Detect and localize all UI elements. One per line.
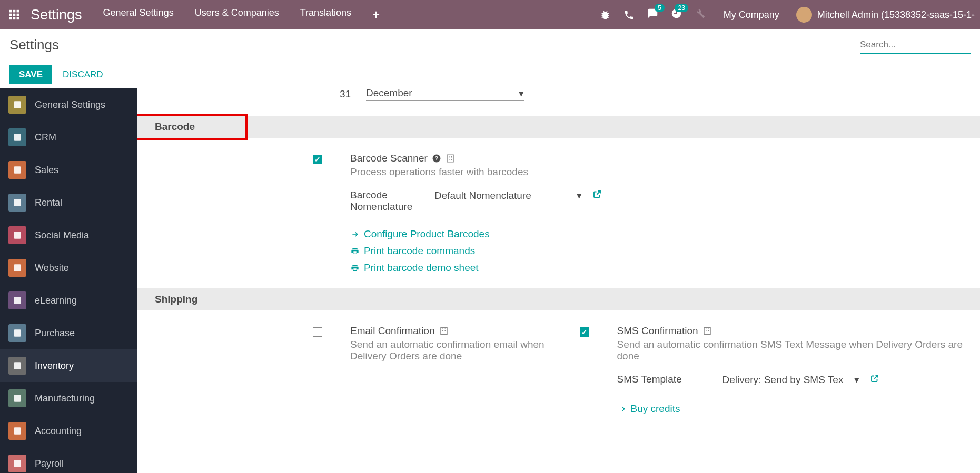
sidebar-item-label: CRM bbox=[35, 132, 56, 143]
svg-rect-30 bbox=[441, 327, 447, 335]
tools-icon[interactable] bbox=[695, 8, 706, 19]
messages-button[interactable]: 5 bbox=[647, 8, 658, 22]
sidebar-item-label: Accounting bbox=[35, 426, 82, 437]
link-print-demo[interactable]: Print barcode demo sheet bbox=[350, 262, 708, 274]
nomenclature-select[interactable]: Default Nomenclature ▾ bbox=[434, 189, 582, 204]
checkbox-email-confirmation[interactable] bbox=[313, 327, 322, 337]
svg-rect-20 bbox=[14, 460, 21, 467]
user-menu[interactable]: Mitchell Admin (15338352-saas-15-1- bbox=[796, 7, 975, 23]
sidebar-icon bbox=[8, 96, 26, 114]
svg-rect-15 bbox=[14, 297, 21, 304]
sidebar-item-label: Purchase bbox=[35, 328, 75, 339]
sidebar-item-rental[interactable]: Rental bbox=[0, 186, 137, 219]
menu-general-settings[interactable]: General Settings bbox=[103, 7, 174, 22]
svg-rect-18 bbox=[14, 395, 21, 401]
phone-icon[interactable] bbox=[623, 9, 635, 21]
svg-rect-12 bbox=[14, 199, 21, 206]
chevron-down-icon: ▾ bbox=[577, 189, 582, 202]
menu-plus-icon[interactable]: + bbox=[372, 7, 380, 22]
setting-title: Barcode Scanner bbox=[350, 153, 428, 164]
sidebar-icon bbox=[8, 291, 26, 309]
svg-rect-14 bbox=[14, 264, 21, 271]
sidebar-icon bbox=[8, 161, 26, 179]
svg-rect-11 bbox=[14, 166, 21, 173]
sidebar-item-payroll[interactable]: Payroll bbox=[0, 447, 137, 473]
svg-rect-5 bbox=[17, 14, 19, 16]
sidebar-item-label: Manufacturing bbox=[35, 393, 95, 404]
svg-rect-8 bbox=[17, 17, 19, 20]
svg-rect-1 bbox=[13, 10, 16, 13]
sms-template-select[interactable]: Delivery: Send by SMS Tex ▾ bbox=[722, 374, 859, 388]
header: Settings bbox=[0, 29, 980, 61]
menu-users-companies[interactable]: Users & Companies bbox=[195, 7, 279, 22]
chevron-down-icon: ▾ bbox=[854, 374, 859, 386]
setting-email-confirmation: Email Confirmation Send an automatic con… bbox=[137, 310, 559, 377]
field-label-nomenclature: Barcode Nomenclature bbox=[350, 189, 424, 213]
section-barcode: Barcode bbox=[137, 116, 980, 138]
setting-desc: Send an automatic confirmation SMS Text … bbox=[617, 339, 975, 362]
link-text: Buy credits bbox=[631, 403, 680, 415]
svg-rect-23 bbox=[447, 155, 453, 162]
checkbox-barcode-scanner[interactable] bbox=[313, 155, 322, 164]
sidebar-item-elearning[interactable]: eLearning bbox=[0, 284, 137, 317]
topbar: Settings General Settings Users & Compan… bbox=[0, 0, 980, 29]
sidebar-item-label: eLearning bbox=[35, 295, 77, 306]
top-menu: General Settings Users & Companies Trans… bbox=[103, 7, 380, 22]
enterprise-icon bbox=[702, 326, 712, 336]
sidebar-icon bbox=[8, 259, 26, 277]
sidebar-icon bbox=[8, 194, 26, 212]
sidebar[interactable]: General SettingsCRMSalesRentalSocial Med… bbox=[0, 88, 137, 473]
breadcrumb: Settings bbox=[9, 37, 59, 53]
activities-button[interactable]: 23 bbox=[671, 8, 682, 22]
sidebar-item-purchase[interactable]: Purchase bbox=[0, 317, 137, 349]
field-label-sms-template: SMS Template bbox=[617, 374, 712, 385]
day-input[interactable]: 31 bbox=[340, 88, 359, 100]
search-input[interactable] bbox=[860, 36, 971, 54]
svg-rect-19 bbox=[14, 427, 21, 434]
checkbox-sms-confirmation[interactable] bbox=[580, 327, 589, 337]
apps-icon[interactable] bbox=[5, 6, 23, 24]
setting-title: SMS Confirmation bbox=[617, 325, 698, 337]
link-configure-barcodes[interactable]: Configure Product Barcodes bbox=[350, 228, 708, 240]
month-select[interactable]: December ▾ bbox=[366, 88, 524, 101]
svg-rect-0 bbox=[9, 10, 12, 13]
sidebar-item-inventory[interactable]: Inventory bbox=[0, 349, 137, 382]
svg-rect-4 bbox=[13, 14, 16, 16]
app-name[interactable]: Settings bbox=[31, 7, 82, 23]
company-selector[interactable]: My Company bbox=[724, 9, 779, 21]
sidebar-item-general-settings[interactable]: General Settings bbox=[0, 88, 137, 121]
sidebar-item-crm[interactable]: CRM bbox=[0, 121, 137, 154]
content[interactable]: 31 December ▾ Barcode Barcode Scanner ? … bbox=[137, 88, 980, 473]
help-icon[interactable]: ? bbox=[432, 154, 441, 163]
sidebar-icon bbox=[8, 389, 26, 407]
discard-button[interactable]: DISCARD bbox=[63, 69, 103, 80]
sidebar-item-sales[interactable]: Sales bbox=[0, 154, 137, 186]
sidebar-icon bbox=[8, 128, 26, 146]
svg-rect-9 bbox=[14, 101, 21, 108]
activities-badge: 23 bbox=[675, 4, 688, 12]
messages-badge: 5 bbox=[655, 4, 665, 12]
sidebar-item-social-media[interactable]: Social Media bbox=[0, 219, 137, 251]
svg-rect-17 bbox=[14, 362, 21, 369]
external-link-icon[interactable] bbox=[592, 189, 602, 202]
link-print-commands[interactable]: Print barcode commands bbox=[350, 245, 708, 257]
svg-rect-13 bbox=[14, 232, 21, 238]
sidebar-item-accounting[interactable]: Accounting bbox=[0, 415, 137, 447]
bug-icon[interactable] bbox=[600, 9, 611, 21]
sidebar-item-manufacturing[interactable]: Manufacturing bbox=[0, 382, 137, 415]
menu-translations[interactable]: Translations bbox=[300, 7, 351, 22]
link-buy-credits[interactable]: Buy credits bbox=[617, 403, 975, 415]
svg-rect-7 bbox=[13, 17, 16, 20]
sidebar-item-website[interactable]: Website bbox=[0, 251, 137, 284]
save-button[interactable]: SAVE bbox=[9, 65, 52, 84]
link-text: Configure Product Barcodes bbox=[364, 228, 490, 240]
sidebar-item-label: Website bbox=[35, 263, 69, 274]
external-link-icon[interactable] bbox=[870, 374, 879, 386]
svg-rect-3 bbox=[9, 14, 12, 16]
enterprise-icon bbox=[446, 154, 455, 163]
link-text: Print barcode commands bbox=[364, 245, 475, 257]
sidebar-item-label: General Settings bbox=[35, 99, 105, 110]
sidebar-item-label: Sales bbox=[35, 165, 58, 176]
sidebar-icon bbox=[8, 422, 26, 440]
sidebar-item-label: Social Media bbox=[35, 230, 89, 241]
